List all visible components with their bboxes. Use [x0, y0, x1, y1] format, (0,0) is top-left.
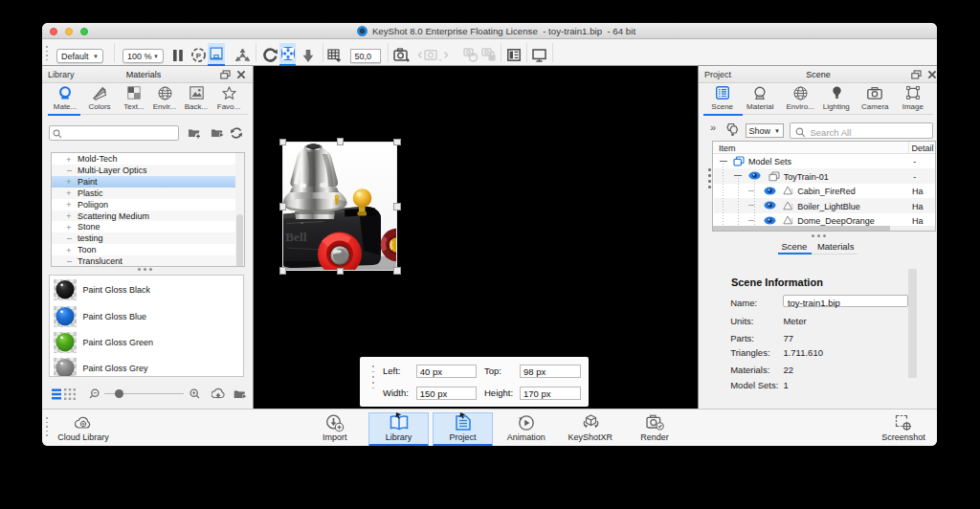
svg-text:P: P [195, 52, 201, 60]
